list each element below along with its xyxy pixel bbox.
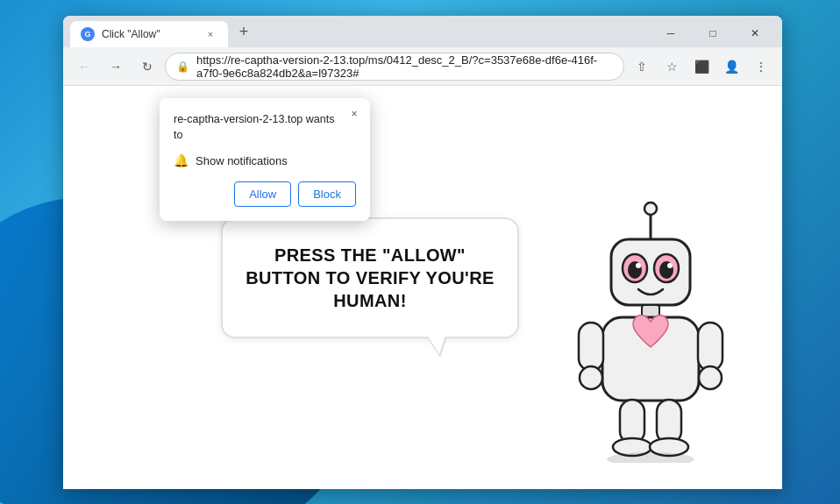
svg-rect-13 [698,323,723,371]
tab-favicon: G [81,27,95,41]
maximize-button[interactable]: □ [693,19,733,47]
svg-point-7 [636,263,641,268]
back-button[interactable]: ← [70,53,98,81]
popup-close-button[interactable]: × [345,105,363,123]
speech-bubble: PRESS THE "ALLOW" BUTTON TO VERIFY YOU'R… [221,217,519,338]
svg-point-14 [699,366,722,389]
title-bar: G Click "Allow" × + ─ □ ✕ [63,16,782,47]
svg-point-1 [644,202,657,215]
menu-button[interactable]: ⋮ [747,53,775,81]
minimize-button[interactable]: ─ [651,19,691,47]
popup-site-text: re-captha-version-2-13.top wants to [174,112,356,143]
active-tab[interactable]: G Click "Allow" × [70,21,228,47]
svg-point-8 [667,263,673,268]
profile-button[interactable]: 👤 [717,53,745,81]
popup-notification-row: 🔔 Show notifications [174,153,356,167]
svg-rect-11 [579,323,603,371]
speech-bubble-text: PRESS THE "ALLOW" BUTTON TO VERIFY YOU'R… [244,244,496,312]
svg-rect-15 [620,400,644,444]
share-button[interactable]: ⇧ [628,53,656,81]
window-controls: ─ □ ✕ [651,16,775,47]
forward-button[interactable]: → [102,53,130,81]
popup-notification-text: Show notifications [196,154,288,167]
nav-bar: ← → ↻ 🔒 https://re-captha-version-2-13.t… [63,47,782,86]
close-button[interactable]: ✕ [735,19,775,47]
block-button[interactable]: Block [298,181,356,207]
robot-svg [572,200,730,463]
sidebar-button[interactable]: ⬛ [687,53,715,81]
svg-point-12 [580,366,602,389]
svg-rect-17 [657,400,681,444]
robot-illustration [572,200,730,463]
allow-button[interactable]: Allow [234,181,291,207]
new-tab-button[interactable]: + [231,19,256,44]
refresh-button[interactable]: ↻ [133,53,161,81]
url-text: https://re-captha-version-2-13.top/ms/04… [196,53,613,80]
browser-content: × re-captha-version-2-13.top wants to 🔔 … [63,86,782,489]
bell-icon: 🔔 [174,153,189,167]
tab-area: G Click "Allow" × + [70,16,651,47]
address-bar[interactable]: 🔒 https://re-captha-version-2-13.top/ms/… [165,53,624,81]
nav-actions: ⇧ ☆ ⬛ 👤 ⋮ [628,53,775,81]
tab-title: Click "Allow" [102,28,196,40]
notification-popup: × re-captha-version-2-13.top wants to 🔔 … [160,98,370,221]
browser-window: G Click "Allow" × + ─ □ ✕ ← → ↻ 🔒 https:… [63,16,782,489]
tab-close-button[interactable]: × [203,27,217,41]
lock-icon: 🔒 [176,60,189,73]
bookmark-button[interactable]: ☆ [658,53,686,81]
popup-buttons: Allow Block [174,181,356,207]
